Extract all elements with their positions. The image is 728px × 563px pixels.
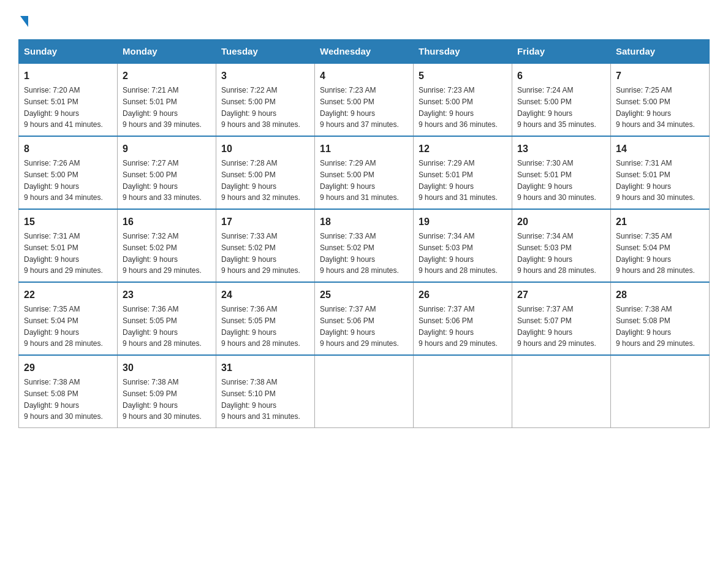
calendar-body: 1Sunrise: 7:20 AMSunset: 5:01 PMDaylight… bbox=[19, 63, 710, 428]
day-cell: 9Sunrise: 7:27 AMSunset: 5:00 PMDaylight… bbox=[118, 136, 216, 209]
day-number: 6 bbox=[517, 69, 605, 83]
day-cell: 19Sunrise: 7:34 AMSunset: 5:03 PMDayligh… bbox=[414, 209, 512, 282]
day-cell: 4Sunrise: 7:23 AMSunset: 5:00 PMDaylight… bbox=[315, 63, 414, 136]
header-cell-saturday: Saturday bbox=[611, 40, 710, 64]
day-number: 10 bbox=[221, 142, 309, 156]
day-info: Sunrise: 7:30 AMSunset: 5:01 PMDaylight:… bbox=[517, 159, 596, 202]
day-info: Sunrise: 7:29 AMSunset: 5:01 PMDaylight:… bbox=[419, 159, 498, 202]
day-cell: 20Sunrise: 7:34 AMSunset: 5:03 PMDayligh… bbox=[512, 209, 611, 282]
day-number: 29 bbox=[24, 361, 112, 375]
day-cell: 28Sunrise: 7:38 AMSunset: 5:08 PMDayligh… bbox=[611, 282, 710, 355]
day-info: Sunrise: 7:38 AMSunset: 5:09 PMDaylight:… bbox=[123, 378, 202, 421]
day-info: Sunrise: 7:24 AMSunset: 5:00 PMDaylight:… bbox=[517, 86, 596, 129]
day-number: 25 bbox=[320, 288, 408, 302]
day-cell bbox=[315, 355, 414, 428]
header-cell-tuesday: Tuesday bbox=[216, 40, 315, 64]
day-cell: 23Sunrise: 7:36 AMSunset: 5:05 PMDayligh… bbox=[118, 282, 216, 355]
day-info: Sunrise: 7:20 AMSunset: 5:01 PMDaylight:… bbox=[24, 86, 103, 129]
calendar-header: SundayMondayTuesdayWednesdayThursdayFrid… bbox=[19, 40, 710, 64]
day-number: 2 bbox=[123, 69, 211, 83]
day-number: 22 bbox=[24, 288, 112, 302]
day-cell: 21Sunrise: 7:35 AMSunset: 5:04 PMDayligh… bbox=[611, 209, 710, 282]
day-info: Sunrise: 7:28 AMSunset: 5:00 PMDaylight:… bbox=[221, 159, 300, 202]
day-cell: 31Sunrise: 7:38 AMSunset: 5:10 PMDayligh… bbox=[216, 355, 315, 428]
day-cell: 8Sunrise: 7:26 AMSunset: 5:00 PMDaylight… bbox=[19, 136, 118, 209]
day-cell: 5Sunrise: 7:23 AMSunset: 5:00 PMDaylight… bbox=[414, 63, 512, 136]
week-row-1: 1Sunrise: 7:20 AMSunset: 5:01 PMDaylight… bbox=[19, 63, 710, 136]
day-number: 12 bbox=[419, 142, 507, 156]
day-number: 9 bbox=[123, 142, 211, 156]
day-number: 16 bbox=[123, 215, 211, 229]
day-number: 5 bbox=[419, 69, 507, 83]
day-cell: 10Sunrise: 7:28 AMSunset: 5:00 PMDayligh… bbox=[216, 136, 315, 209]
day-info: Sunrise: 7:36 AMSunset: 5:05 PMDaylight:… bbox=[123, 305, 202, 348]
day-number: 17 bbox=[221, 215, 309, 229]
day-info: Sunrise: 7:33 AMSunset: 5:02 PMDaylight:… bbox=[221, 232, 300, 275]
day-info: Sunrise: 7:35 AMSunset: 5:04 PMDaylight:… bbox=[24, 305, 103, 348]
day-cell: 22Sunrise: 7:35 AMSunset: 5:04 PMDayligh… bbox=[19, 282, 118, 355]
day-cell: 7Sunrise: 7:25 AMSunset: 5:00 PMDaylight… bbox=[611, 63, 710, 136]
day-number: 15 bbox=[24, 215, 112, 229]
day-info: Sunrise: 7:35 AMSunset: 5:04 PMDaylight:… bbox=[616, 232, 695, 275]
day-cell: 15Sunrise: 7:31 AMSunset: 5:01 PMDayligh… bbox=[19, 209, 118, 282]
day-info: Sunrise: 7:37 AMSunset: 5:06 PMDaylight:… bbox=[419, 305, 498, 348]
day-info: Sunrise: 7:37 AMSunset: 5:06 PMDaylight:… bbox=[320, 305, 399, 348]
day-cell: 16Sunrise: 7:32 AMSunset: 5:02 PMDayligh… bbox=[118, 209, 216, 282]
header-cell-thursday: Thursday bbox=[414, 40, 512, 64]
header-cell-monday: Monday bbox=[118, 40, 216, 64]
day-cell: 14Sunrise: 7:31 AMSunset: 5:01 PMDayligh… bbox=[611, 136, 710, 209]
week-row-5: 29Sunrise: 7:38 AMSunset: 5:08 PMDayligh… bbox=[19, 355, 710, 428]
day-number: 4 bbox=[320, 69, 408, 83]
day-cell: 13Sunrise: 7:30 AMSunset: 5:01 PMDayligh… bbox=[512, 136, 611, 209]
day-cell: 27Sunrise: 7:37 AMSunset: 5:07 PMDayligh… bbox=[512, 282, 611, 355]
day-number: 20 bbox=[517, 215, 605, 229]
day-cell: 25Sunrise: 7:37 AMSunset: 5:06 PMDayligh… bbox=[315, 282, 414, 355]
day-number: 7 bbox=[616, 69, 704, 83]
day-number: 19 bbox=[419, 215, 507, 229]
day-number: 21 bbox=[616, 215, 704, 229]
day-cell: 12Sunrise: 7:29 AMSunset: 5:01 PMDayligh… bbox=[414, 136, 512, 209]
day-info: Sunrise: 7:36 AMSunset: 5:05 PMDaylight:… bbox=[221, 305, 300, 348]
day-cell: 17Sunrise: 7:33 AMSunset: 5:02 PMDayligh… bbox=[216, 209, 315, 282]
day-number: 1 bbox=[24, 69, 112, 83]
week-row-2: 8Sunrise: 7:26 AMSunset: 5:00 PMDaylight… bbox=[19, 136, 710, 209]
day-cell: 18Sunrise: 7:33 AMSunset: 5:02 PMDayligh… bbox=[315, 209, 414, 282]
header-cell-sunday: Sunday bbox=[19, 40, 118, 64]
day-number: 13 bbox=[517, 142, 605, 156]
day-info: Sunrise: 7:31 AMSunset: 5:01 PMDaylight:… bbox=[616, 159, 695, 202]
day-number: 18 bbox=[320, 215, 408, 229]
day-cell: 3Sunrise: 7:22 AMSunset: 5:00 PMDaylight… bbox=[216, 63, 315, 136]
week-row-3: 15Sunrise: 7:31 AMSunset: 5:01 PMDayligh… bbox=[19, 209, 710, 282]
day-number: 23 bbox=[123, 288, 211, 302]
header bbox=[18, 12, 710, 27]
day-cell: 30Sunrise: 7:38 AMSunset: 5:09 PMDayligh… bbox=[118, 355, 216, 428]
day-number: 27 bbox=[517, 288, 605, 302]
day-info: Sunrise: 7:23 AMSunset: 5:00 PMDaylight:… bbox=[320, 86, 399, 129]
day-number: 24 bbox=[221, 288, 309, 302]
day-info: Sunrise: 7:38 AMSunset: 5:10 PMDaylight:… bbox=[221, 378, 300, 421]
day-cell: 11Sunrise: 7:29 AMSunset: 5:00 PMDayligh… bbox=[315, 136, 414, 209]
logo bbox=[18, 12, 28, 27]
day-cell: 29Sunrise: 7:38 AMSunset: 5:08 PMDayligh… bbox=[19, 355, 118, 428]
day-number: 14 bbox=[616, 142, 704, 156]
day-info: Sunrise: 7:31 AMSunset: 5:01 PMDaylight:… bbox=[24, 232, 103, 275]
day-number: 31 bbox=[221, 361, 309, 375]
day-info: Sunrise: 7:21 AMSunset: 5:01 PMDaylight:… bbox=[123, 86, 202, 129]
day-cell: 1Sunrise: 7:20 AMSunset: 5:01 PMDaylight… bbox=[19, 63, 118, 136]
day-cell bbox=[414, 355, 512, 428]
header-row: SundayMondayTuesdayWednesdayThursdayFrid… bbox=[19, 40, 710, 64]
day-info: Sunrise: 7:29 AMSunset: 5:00 PMDaylight:… bbox=[320, 159, 399, 202]
day-info: Sunrise: 7:37 AMSunset: 5:07 PMDaylight:… bbox=[517, 305, 596, 348]
day-number: 26 bbox=[419, 288, 507, 302]
header-cell-wednesday: Wednesday bbox=[315, 40, 414, 64]
day-cell: 24Sunrise: 7:36 AMSunset: 5:05 PMDayligh… bbox=[216, 282, 315, 355]
day-number: 3 bbox=[221, 69, 309, 83]
day-number: 8 bbox=[24, 142, 112, 156]
day-number: 28 bbox=[616, 288, 704, 302]
day-number: 30 bbox=[123, 361, 211, 375]
day-cell bbox=[611, 355, 710, 428]
day-info: Sunrise: 7:38 AMSunset: 5:08 PMDaylight:… bbox=[616, 305, 695, 348]
day-cell: 2Sunrise: 7:21 AMSunset: 5:01 PMDaylight… bbox=[118, 63, 216, 136]
day-cell bbox=[512, 355, 611, 428]
day-info: Sunrise: 7:34 AMSunset: 5:03 PMDaylight:… bbox=[517, 232, 596, 275]
